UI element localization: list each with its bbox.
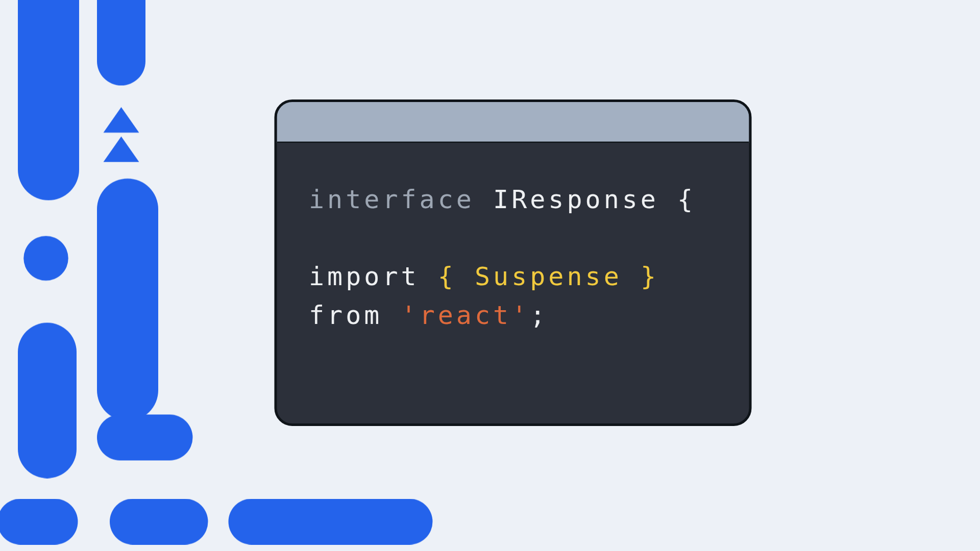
decor-pill-vertical-1 xyxy=(18,0,79,201)
token-identifier: IResponse xyxy=(493,184,659,214)
code-blank-line xyxy=(309,218,717,257)
code-line-3: import { Suspense } xyxy=(309,257,717,295)
token-keyword: import xyxy=(309,261,420,291)
token-string: 'react' xyxy=(401,300,530,330)
window-titlebar xyxy=(277,102,749,143)
token-name: Suspense xyxy=(475,261,622,291)
decor-pill-vertical-4 xyxy=(18,323,77,479)
decor-pill-horizontal-4 xyxy=(229,499,433,545)
decor-pill-horizontal-2 xyxy=(97,415,193,461)
decor-pill-horizontal-1 xyxy=(0,499,78,545)
code-body: interface IResponse { import { Suspense … xyxy=(277,143,749,371)
token-brace-close: } xyxy=(641,261,659,291)
token-keyword: interface xyxy=(309,184,475,214)
token-semicolon: ; xyxy=(530,300,548,330)
decor-circle xyxy=(23,236,68,281)
decor-pill-horizontal-3 xyxy=(110,499,208,545)
decor-double-triangle-icon xyxy=(104,107,139,166)
illustration-canvas: interface IResponse { import { Suspense … xyxy=(0,0,980,520)
token-brace-open: { xyxy=(438,261,456,291)
decor-pill-vertical-3 xyxy=(97,179,158,421)
decor-pill-vertical-2 xyxy=(97,0,145,86)
code-line-1: interface IResponse { xyxy=(309,180,717,219)
token-keyword: from xyxy=(309,300,382,330)
token-brace: { xyxy=(677,184,696,214)
code-editor-window: interface IResponse { import { Suspense … xyxy=(275,99,752,426)
code-line-4: from 'react'; xyxy=(309,295,717,334)
